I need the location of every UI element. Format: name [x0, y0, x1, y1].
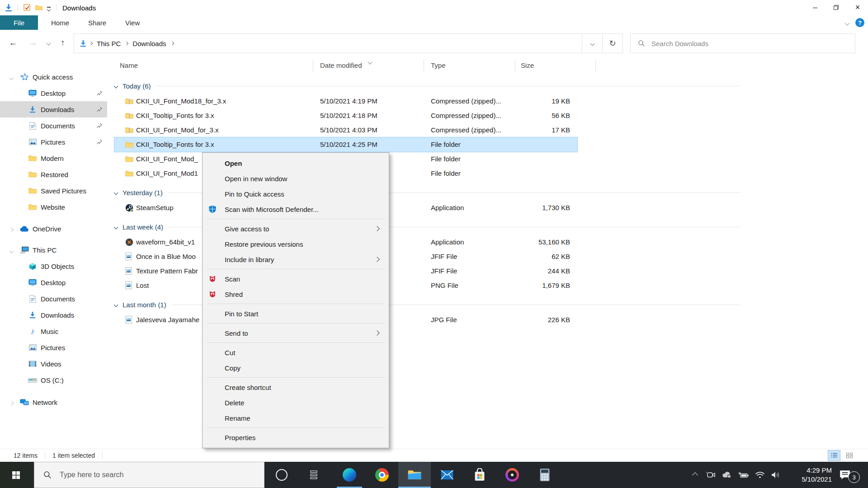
refresh-button[interactable]: ↻ [602, 34, 623, 53]
menu-item-properties[interactable]: Properties [203, 430, 389, 445]
expand-ribbon-chevron-icon[interactable] [845, 19, 849, 27]
menu-item-shred[interactable]: Shred [203, 286, 389, 302]
collapse-group-chevron-icon[interactable] [114, 190, 118, 195]
collapse-group-chevron-icon[interactable] [114, 225, 118, 229]
sidebar-item-network[interactable]: Network [0, 394, 107, 410]
sidebar-item-desktop-pc[interactable]: Desktop [0, 274, 107, 291]
menu-item-restore-previous-versions[interactable]: Restore previous versions [203, 236, 389, 252]
forward-button[interactable]: → [26, 33, 40, 53]
onedrive-tray-icon[interactable] [720, 462, 734, 488]
menu-item-rename[interactable]: Rename [203, 410, 389, 426]
menu-item-delete[interactable]: Delete [203, 395, 389, 410]
details-view-button[interactable] [828, 450, 840, 460]
mail-taskbar-button[interactable] [431, 462, 463, 488]
menu-item-cut[interactable]: Cut [203, 345, 389, 360]
sidebar-item-3d-objects[interactable]: 3D Objects [0, 258, 107, 274]
column-header-type[interactable]: Type [431, 61, 446, 69]
file-row[interactable]: CKII_UI_Font_Mod18_for_3.x 5/10/2021 4:1… [114, 94, 577, 108]
close-button[interactable]: × [847, 0, 868, 15]
back-button[interactable]: ← [6, 33, 20, 53]
breadcrumb-chevron-icon[interactable] [170, 42, 174, 45]
menu-item-pin-to-quick-access[interactable]: Pin to Quick access [203, 186, 389, 202]
meet-now-icon[interactable] [704, 462, 718, 488]
collapse-group-chevron-icon[interactable] [114, 302, 118, 307]
column-header-date-modified[interactable]: Date modified [320, 61, 362, 69]
sidebar-item-documents[interactable]: Documents [0, 117, 107, 134]
battery-icon[interactable] [737, 462, 750, 488]
music-app-taskbar-button[interactable] [496, 462, 528, 488]
minimize-button[interactable] [805, 0, 826, 15]
expand-chevron-icon[interactable] [10, 399, 13, 406]
wifi-icon[interactable] [753, 462, 767, 488]
sidebar-item-music[interactable]: ♪ Music [0, 323, 107, 339]
menu-item-copy[interactable]: Copy [203, 360, 389, 375]
column-header-name[interactable]: Name [120, 61, 138, 69]
file-explorer-taskbar-button[interactable] [398, 462, 431, 488]
menu-item-include-in-library[interactable]: Include in library [203, 252, 389, 267]
column-divider[interactable] [515, 60, 515, 71]
menu-item-scan-with-defender[interactable]: Scan with Microsoft Defender... [203, 202, 389, 217]
sidebar-item-quick-access[interactable]: Quick access [0, 69, 107, 85]
file-row[interactable]: CKII_Tooltip_Fonts for 3.x 5/10/2021 4:1… [114, 108, 577, 123]
column-divider[interactable] [595, 60, 596, 71]
restore-button[interactable] [826, 0, 846, 15]
column-header-size[interactable]: Size [521, 61, 534, 69]
address-dropdown-button[interactable] [582, 34, 602, 53]
sidebar-item-website[interactable]: Website [0, 199, 107, 215]
sidebar-item-desktop[interactable]: Desktop [0, 85, 107, 101]
explorer-search-box[interactable] [630, 33, 855, 53]
sidebar-item-onedrive[interactable]: OneDrive [0, 221, 107, 237]
expand-chevron-icon[interactable] [10, 225, 13, 233]
task-view-button[interactable] [301, 462, 327, 488]
file-row-selected[interactable]: CKII_Tooltip_Fonts for 3.x 5/10/2021 4:2… [114, 137, 577, 152]
expand-chevron-icon[interactable] [10, 73, 13, 81]
menu-item-send-to[interactable]: Send to [203, 325, 389, 341]
sidebar-item-downloads-pc[interactable]: Downloads [0, 307, 107, 323]
column-divider[interactable] [313, 60, 313, 71]
help-button[interactable]: ? [855, 18, 864, 27]
chrome-taskbar-button[interactable] [366, 462, 398, 488]
sidebar-item-restored[interactable]: Restored [0, 166, 107, 183]
group-header-today[interactable]: Today (6) [114, 78, 747, 94]
expand-chevron-icon[interactable] [10, 246, 13, 254]
sidebar-item-documents-pc[interactable]: Documents [0, 291, 107, 307]
store-taskbar-button[interactable] [463, 462, 496, 488]
tab-view[interactable]: View [116, 15, 149, 30]
menu-item-scan[interactable]: Scan [203, 271, 389, 286]
hidden-icons-chevron[interactable] [688, 462, 702, 488]
breadcrumb-this-pc[interactable]: This PC [95, 40, 123, 47]
tab-home[interactable]: Home [42, 15, 79, 30]
sidebar-item-this-pc[interactable]: This PC [0, 242, 107, 258]
sidebar-item-pictures-pc[interactable]: Pictures [0, 339, 107, 356]
search-input[interactable] [651, 39, 824, 48]
volume-icon[interactable] [769, 462, 783, 488]
sidebar-item-downloads[interactable]: Downloads [0, 101, 107, 117]
up-button[interactable]: ↑ [56, 33, 70, 53]
sidebar-item-videos[interactable]: Videos [0, 356, 107, 372]
qat-customize-caret[interactable] [45, 2, 53, 14]
collapse-group-chevron-icon[interactable] [114, 84, 118, 88]
menu-item-open[interactable]: Open [203, 155, 389, 171]
address-bar[interactable]: This PC Downloads ↻ [74, 33, 623, 53]
sidebar-item-os-c[interactable]: OS (C:) [0, 372, 107, 388]
taskbar-search-box[interactable] [34, 462, 264, 488]
sidebar-item-modern[interactable]: Modern [0, 150, 107, 166]
sidebar-item-pictures[interactable]: Pictures [0, 134, 107, 150]
file-row[interactable]: CKII_UI_Font_Mod_for_3.x 5/10/2021 4:03 … [114, 123, 577, 137]
large-icons-view-button[interactable] [844, 450, 855, 460]
sidebar-item-saved-pictures[interactable]: Saved Pictures [0, 183, 107, 199]
recent-locations-chevron[interactable] [43, 33, 53, 53]
edge-taskbar-button[interactable] [333, 462, 366, 488]
cortana-button[interactable] [269, 462, 295, 488]
calculator-taskbar-button[interactable] [528, 462, 561, 488]
menu-item-create-shortcut[interactable]: Create shortcut [203, 380, 389, 395]
taskbar-clock[interactable]: 4:29 PM 5/10/2021 [802, 462, 832, 488]
breadcrumb-downloads[interactable]: Downloads [131, 40, 168, 47]
menu-item-give-access-to[interactable]: Give access to [203, 221, 389, 236]
action-center-button[interactable]: 3 [835, 462, 863, 488]
tab-share[interactable]: Share [79, 15, 116, 30]
menu-item-open-in-new-window[interactable]: Open in new window [203, 171, 389, 186]
menu-item-pin-to-start[interactable]: Pin to Start [203, 306, 389, 321]
qat-new-folder-button[interactable] [33, 2, 45, 14]
qat-properties-button[interactable] [21, 2, 33, 14]
